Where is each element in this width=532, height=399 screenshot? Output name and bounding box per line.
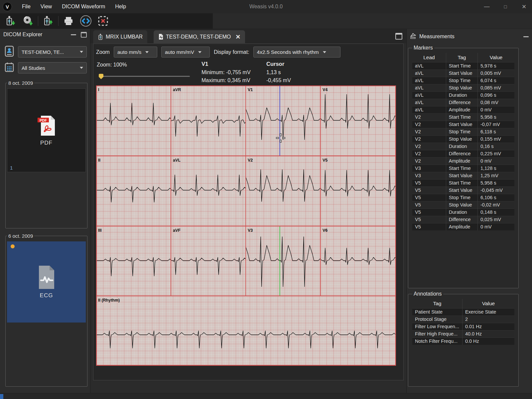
patient-select-value: TEST-DEMO, TE... — [22, 49, 64, 55]
cell: aVL — [412, 62, 446, 69]
cell: V5 — [412, 208, 446, 216]
tab-mrix-lumbar[interactable]: MRIX LUMBAR — [93, 30, 147, 43]
cell: Amplitude — [446, 223, 477, 230]
marker-row[interactable]: V5Start Value-0,045 mV — [412, 187, 514, 194]
marker-row[interactable]: V2Stop Time6,118 s — [412, 128, 514, 135]
cell: V2 — [412, 121, 446, 128]
annotations-group: Annotations Tag Value Patient StateExerc… — [408, 291, 519, 387]
annotations-legend: Annotations — [412, 291, 443, 297]
marker-row[interactable]: V2Start Value-0,07 mV — [412, 121, 514, 128]
patient-icon — [5, 46, 14, 58]
calendar-icon — [5, 62, 14, 73]
marker-row[interactable]: V2Difference0,225 mV — [412, 150, 514, 157]
annotation-row[interactable]: Filter Low Frequen...0.01 Hz — [412, 323, 514, 330]
dicom-explorer-panel: DICOM Explorer TEST-DEMO, TE... — [0, 29, 90, 393]
marker-row[interactable]: aVLDifference0,08 mV — [412, 99, 514, 106]
markers-table: Lead Tag Value aVLStart Time5,978 saVLSt… — [412, 53, 514, 230]
annotation-row[interactable]: Protocol Stage2 — [412, 316, 514, 323]
series-thumbnail-pdf[interactable]: PDF PDF 1 — [7, 88, 86, 172]
cell: -0,07 mV — [477, 121, 514, 128]
panel-restore-icon[interactable] — [81, 32, 87, 38]
annotation-row[interactable]: Patient StateExercise State — [412, 308, 514, 316]
marker-row[interactable]: V3Start Value1,25 mV — [412, 172, 514, 179]
cell: aVL — [412, 69, 446, 77]
zoom-slider[interactable] — [99, 74, 190, 78]
marker-row[interactable]: V2Stop Value0,155 mV — [412, 135, 514, 143]
marker-row[interactable]: aVLDuration0,096 s — [412, 91, 514, 99]
chevron-down-icon — [80, 67, 83, 69]
import-cd-icon[interactable] — [22, 15, 34, 27]
svg-text:aVR: aVR — [173, 87, 181, 92]
cell: Amplitude — [446, 106, 477, 113]
cursor-time: 1,13 s — [266, 68, 291, 76]
marker-row[interactable]: aVLAmplitude0 mV — [412, 106, 514, 113]
studies-select[interactable]: All Studies — [18, 62, 87, 73]
marker-row[interactable]: V5Duration0,148 s — [412, 208, 514, 216]
cursor-stats: Cursor 1,13 s -0,455 mV — [266, 60, 291, 84]
marker-row[interactable]: V5Difference0,025 mV — [412, 216, 514, 223]
cell: Start Time — [446, 62, 477, 69]
cell: 0,225 mV — [477, 150, 514, 157]
cell: Start Value — [446, 121, 477, 128]
marker-row[interactable]: aVLStop Time6,074 s — [412, 77, 514, 84]
viewer-area: MRIX LUMBAR TEST-DEMO, TEST-DEMO ✕ Zoom … — [90, 29, 406, 393]
menu-item-help[interactable]: Help — [111, 2, 130, 12]
lead-minimum: Minimum: -0,755 mV — [201, 68, 251, 76]
toolbar-separator — [38, 16, 38, 26]
marker-row[interactable]: aVLStart Value0,005 mV — [412, 69, 514, 77]
maximize-window-icon[interactable]: □ — [501, 4, 510, 9]
marker-row[interactable]: V5Stop Value-0,02 mV — [412, 201, 514, 208]
marker-row[interactable]: V5Start Time5,958 s — [412, 179, 514, 187]
cell: 0,096 s — [477, 91, 514, 99]
speed-select[interactable]: auto mm/s — [114, 47, 157, 58]
cell: V5 — [412, 223, 446, 230]
annotation-row[interactable]: Notch Filter Frequ...0.0 Hz — [412, 337, 514, 345]
marker-row[interactable]: V5Amplitude0 mV — [412, 223, 514, 230]
marker-row[interactable]: V2Duration0,16 s — [412, 143, 514, 150]
code-brackets-icon[interactable] — [80, 15, 92, 27]
marker-row[interactable]: V5Stop Time6,106 s — [412, 194, 514, 201]
cell: Stop Value — [446, 84, 477, 91]
study-group: 8 oct. 2009 PDF PDF 1 — [5, 80, 87, 228]
annotations-col-value: Value — [462, 299, 514, 309]
import-dicom-icon[interactable] — [5, 15, 17, 27]
cell: Difference — [446, 99, 477, 106]
marker-row[interactable]: V2Start Time5,958 s — [412, 113, 514, 121]
marker-row[interactable]: V3Start Time1,128 s — [412, 165, 514, 172]
marker-row[interactable]: V2Amplitude0 mV — [412, 157, 514, 165]
cell: V2 — [412, 113, 446, 121]
menu-item-view[interactable]: View — [37, 2, 56, 12]
panel-collapse-icon[interactable] — [523, 36, 529, 37]
minimize-window-icon[interactable]: — — [482, 3, 491, 10]
gain-select[interactable]: auto mm/mV — [161, 47, 210, 58]
display-format-select[interactable]: 4x2.5 Seconds with rhythm — [253, 47, 340, 58]
ecg-paper[interactable]: IaVRV1V4IIaVLV2V5IIIaVFV3V6II (Rhythm) — [96, 85, 396, 366]
cell: 40.0 Hz — [462, 330, 514, 337]
svg-text:III: III — [98, 228, 101, 233]
tab-test-demo[interactable]: TEST-DEMO, TEST-DEMO ✕ — [154, 30, 245, 43]
close-window-icon[interactable]: ✕ — [519, 3, 529, 10]
cell: Amplitude — [446, 157, 477, 165]
svg-text:I: I — [98, 87, 99, 92]
patient-select[interactable]: TEST-DEMO, TE... — [18, 46, 87, 58]
menu-item-file[interactable]: File — [18, 2, 35, 12]
cell: Stop Time — [446, 77, 477, 84]
print-icon[interactable] — [63, 15, 74, 27]
panel-minimize-icon[interactable] — [71, 34, 76, 35]
chevron-down-icon — [145, 51, 149, 53]
annotation-row[interactable]: Filter High Freque...40.0 Hz — [412, 330, 514, 337]
marker-row[interactable]: aVLStart Time5,978 s — [412, 62, 514, 69]
tab-close-icon[interactable]: ✕ — [235, 33, 240, 41]
series-thumbnail-ecg[interactable]: ECG — [7, 241, 86, 323]
zoom-percent-text: Zoom: 100% — [97, 62, 127, 68]
zoom-slider-thumb[interactable] — [99, 74, 103, 79]
clear-selection-icon[interactable] — [97, 15, 109, 27]
detach-view-icon[interactable] — [395, 33, 402, 40]
series-status-dot — [11, 244, 15, 248]
menu-item-dicom-waveform[interactable]: DICOM Waveform — [58, 2, 109, 12]
marker-row[interactable]: aVLStop Value0,085 mV — [412, 84, 514, 91]
svg-text:V3: V3 — [248, 228, 253, 233]
export-dicom-icon[interactable] — [42, 15, 54, 27]
cell: -0,045 mV — [477, 187, 514, 194]
cell: V2 — [412, 157, 446, 165]
